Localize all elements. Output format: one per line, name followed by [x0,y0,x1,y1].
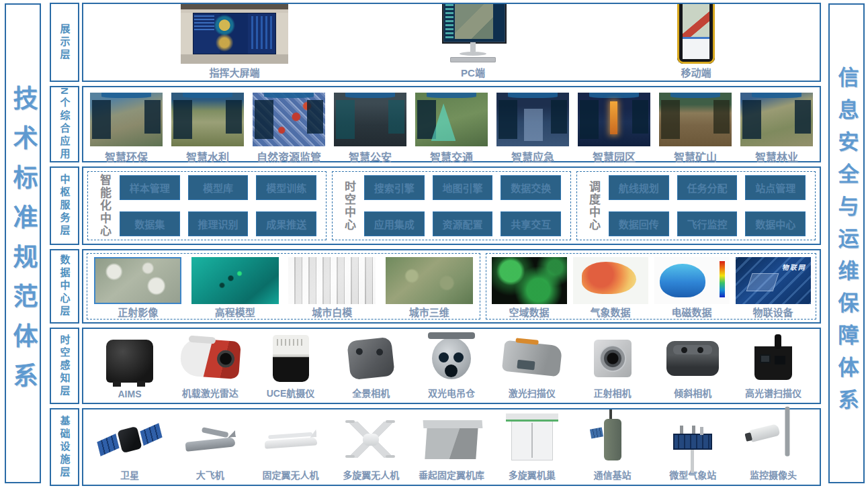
vtol-hangar-image [425,427,478,459]
layer-label-infrastructure: 基础设施层 [50,408,79,486]
thumb-decor [589,93,638,98]
multirotor-nest-image [511,419,553,460]
command-screen-image [181,3,288,64]
command-screen-caption: 指挥大屏端 [209,65,259,79]
layer-label-display: 展示层 [50,3,79,82]
thumb-decor [101,93,150,98]
dual-eo-pod-item: 双光电吊仓 [413,332,490,399]
left-system-title: 技术标准规范体系 [5,85,41,402]
app-natural-resources: 自然资源监管 [251,93,327,164]
services-layer-box: 智能化中心 样本管理 模型库 模型训练 数据集 推理识别 成果推送 时空中心 搜… [82,166,821,245]
button-site-management: 站点管理 [745,175,806,200]
uce-aerial-camera-item: UCE航摄仪 [253,332,329,399]
thumb-decor [226,100,242,134]
pc-stand [470,42,476,52]
city-3d-thumbnail [386,257,473,304]
thumb-decor [173,100,192,139]
china-map-shape [582,262,636,294]
comm-base-station-image [604,419,621,460]
button-result-push: 成果推送 [256,211,316,236]
button-model-library: 模型库 [188,175,249,200]
smart-environment-thumbnail [90,93,163,146]
airborne-lidar-item: 机载激光雷达 [172,332,249,399]
surface-plot [660,264,705,297]
video-wall [193,13,277,54]
weather-data-thumbnail [573,257,648,304]
geo-data-group: 正射影像 高程模型 城市白模 城市三维 [87,253,480,320]
app-smart-mine: 智慧矿山 [657,93,734,164]
env-data-group: 空域数据 气象数据 电磁数据 物联网 物联设备 [486,253,816,320]
button-map-engine: 地图引擎 [433,175,493,200]
right-system-bar: 信息安全与运维保障体系 [828,3,865,483]
smart-mine-thumbnail [659,93,732,146]
architecture-diagram: 技术标准规范体系 信息安全与运维保障体系 展示层 N个综合应用 中枢服务层 数据… [0,0,868,488]
perception-layer-box: AIMS 机载激光雷达 UCE航摄仪 全景相机 双光电吊仓 激光扫描仪 正射相机… [82,328,821,404]
airborne-lidar-image [179,338,241,379]
smart-emergency-thumbnail [496,93,569,146]
pc-caption: PC端 [461,65,485,79]
mobile-item: 移动端 [636,3,756,79]
colorbar [720,261,725,298]
smart-water-thumbnail [171,93,244,146]
thumb-decor [336,100,355,139]
button-data-center: 数据中心 [745,211,806,236]
pc-item: PC端 [416,3,530,79]
hyperspectral-scanner-item: 高光谱扫描仪 [735,332,812,399]
thumb-decor [670,93,720,98]
thumb-decor [508,93,557,98]
applications-layer-box: 智慧环保 智慧水利 自然资源监管 智慧公安 智慧交通 智慧应急 [82,86,821,162]
thumb-decor [307,100,323,134]
thumb-decor [345,93,394,98]
mobile-image [677,3,715,64]
pc-image [438,3,508,64]
thumb-decor [255,100,273,139]
city-3d-item: 城市三维 [386,257,473,319]
app-smart-police: 智慧公安 [332,93,408,164]
dispatch-center-group: 调度中心 航线规划 任务分配 站点管理 数据回传 飞行监控 数据中心 [576,171,816,240]
vtol-hangar-item: 垂起固定翼机库 [413,413,490,481]
laser-scanner-image [502,340,562,377]
panoramic-camera-image [347,337,395,381]
micro-weather-station-image [673,434,712,450]
app-smart-water: 智慧水利 [169,93,246,164]
pc-keyboard [450,57,496,62]
app-smart-environment: 智慧环保 [88,93,165,164]
spatiotemporal-center-name: 时空中心 [341,181,357,232]
layer-label-applications: N个综合应用 [50,86,79,162]
dispatch-center-name: 调度中心 [585,181,602,232]
data-center-layer-box: 正射影像 高程模型 城市白模 城市三维 空域数据 [82,249,821,324]
button-data-exchange: 数据交换 [501,175,561,200]
smart-forestry-thumbnail [740,93,813,146]
iot-devices-thumbnail: 物联网 [736,257,811,304]
layer-label-perception: 时空感知层 [50,328,79,404]
button-data-return: 数据回传 [609,211,669,236]
surveillance-camera-image [748,424,780,442]
thumb-decor [427,93,476,98]
electromagnetic-data-thumbnail [654,257,730,304]
button-task-assignment: 任务分配 [677,175,738,200]
fixed-wing-uav-image [264,437,317,448]
chip-shape [746,273,779,291]
display-layer-box: 指挥大屏端 PC端 移动端 [82,3,821,82]
satellite-item: 卫星 [91,413,168,481]
button-search-engine: 搜索引擎 [364,175,425,200]
aims-item: AIMS [91,335,168,399]
city-white-model-thumbnail [288,257,376,304]
app-smart-traffic: 智慧交通 [413,93,490,164]
command-screen-item: 指挥大屏端 [177,3,292,79]
thumb-decor [713,100,730,134]
button-resource-config: 资源配置 [433,211,493,236]
app-smart-park: 智慧园区 [576,93,652,164]
thumb-decor [92,100,111,139]
smart-police-thumbnail [334,93,406,146]
ai-center-name: 智能化中心 [96,174,113,238]
aims-device-image [106,340,153,383]
airspace-data-item: 空域数据 [492,257,567,319]
thumb-decor [795,100,811,134]
ai-center-group: 智能化中心 样本管理 模型库 模型训练 数据集 推理识别 成果推送 [87,171,327,240]
thumb-decor [144,100,161,134]
elevation-model-thumbnail [191,257,279,304]
oblique-camera-item: 倾斜相机 [654,332,731,399]
button-model-training: 模型训练 [256,175,316,200]
hyperspectral-scanner-image [754,337,792,380]
